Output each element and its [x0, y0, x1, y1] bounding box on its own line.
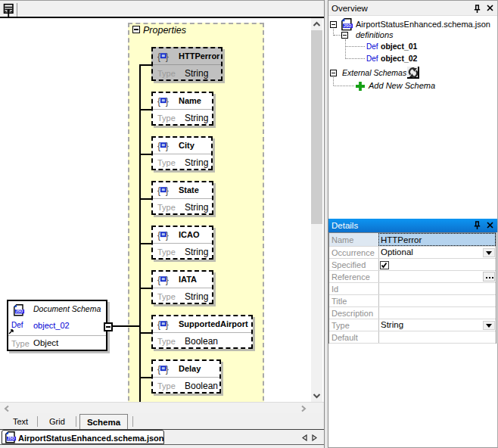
svg-text:{: { [157, 319, 160, 330]
svg-text:JSO: JSO [16, 309, 23, 313]
svg-text:JSO: JSO [344, 23, 352, 28]
svg-text:{: { [157, 96, 160, 107]
svg-text:{: { [157, 141, 160, 151]
svg-text:{: { [157, 185, 160, 196]
svg-text:JSO: JSO [8, 436, 15, 440]
svg-text:{: { [157, 275, 160, 285]
svg-text:{: { [157, 230, 160, 241]
svg-text:{: { [157, 364, 160, 375]
svg-text:{: { [157, 51, 160, 62]
